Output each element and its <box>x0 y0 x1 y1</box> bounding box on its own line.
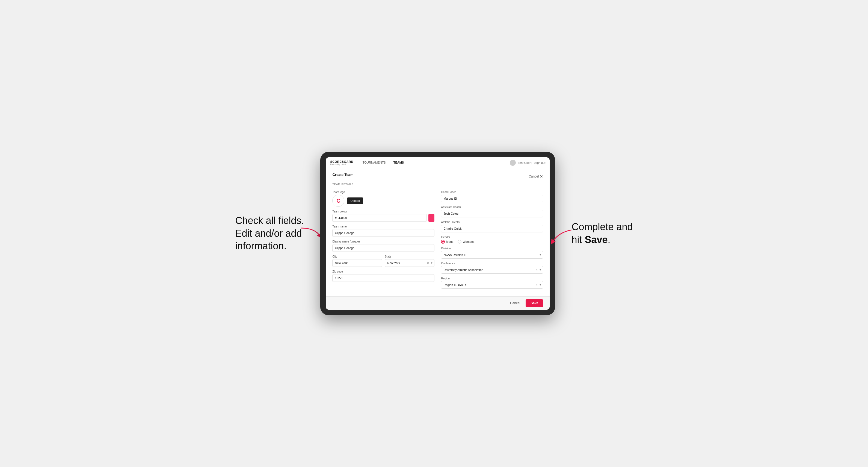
zip-label: Zip code <box>332 270 434 273</box>
team-colour-group: Team colour <box>332 210 434 222</box>
annotation-line3: information. <box>235 240 286 251</box>
region-label: Region <box>441 277 543 280</box>
annotation-line1: Check all fields. <box>235 215 304 226</box>
head-coach-input[interactable] <box>441 195 543 203</box>
nav-logo: SCOREBOARD Powered by clippd <box>330 160 353 165</box>
section-label: TEAM DETAILS <box>332 183 543 187</box>
form-left: Team logo C Upload Team colour <box>332 191 434 292</box>
form-container: Create Team Cancel ✕ TEAM DETAILS Team l… <box>326 168 550 296</box>
display-name-label: Display name (unique) <box>332 240 434 243</box>
team-logo-group: Team logo C Upload <box>332 191 434 207</box>
gender-mens-label: Mens <box>446 240 453 243</box>
division-group: Division NCAA Division III ▼ <box>441 247 543 259</box>
annotation-left: Check all fields. Edit and/or add inform… <box>235 214 304 253</box>
conference-input[interactable] <box>441 266 543 274</box>
color-field-row <box>332 214 434 222</box>
upload-button[interactable]: Upload <box>347 197 363 204</box>
athletic-director-label: Athletic Director <box>441 221 543 224</box>
colour-swatch <box>428 214 434 222</box>
annotation-right: Complete and hit Save. <box>571 221 633 246</box>
region-clear-icon[interactable]: ✕ <box>535 283 538 286</box>
cancel-top-label: Cancel <box>529 175 539 178</box>
display-name-group: Display name (unique) <box>332 240 434 252</box>
radio-inner-mens <box>442 241 444 243</box>
tab-teams[interactable]: TEAMS <box>390 157 408 168</box>
team-name-input[interactable] <box>332 229 434 237</box>
zip-group: Zip code <box>332 270 434 282</box>
gender-group: Gender Mens Womens <box>441 236 543 244</box>
tab-tournaments[interactable]: TOURNAMENTS <box>359 157 390 168</box>
division-select-wrap: NCAA Division III ▼ <box>441 251 543 259</box>
close-icon: ✕ <box>540 174 543 179</box>
gender-womens-radio[interactable] <box>458 240 461 244</box>
conference-group: Conference ✕ ▼ <box>441 262 543 274</box>
team-logo-label: Team logo <box>332 191 434 194</box>
team-name-label: Team name <box>332 225 434 228</box>
annotation-right-line1: Complete and <box>571 221 633 232</box>
city-state-row: City State ✕ ▼ <box>332 255 434 270</box>
form-body: Team logo C Upload Team colour <box>332 191 543 292</box>
gender-row: Mens Womens <box>441 240 543 244</box>
athletic-director-input[interactable] <box>441 225 543 232</box>
division-label: Division <box>441 247 543 250</box>
state-clear-icon[interactable]: ✕ <box>427 261 429 264</box>
display-name-input[interactable] <box>332 244 434 252</box>
sign-out-link[interactable]: Sign out <box>534 161 545 164</box>
region-group: Region ✕ ▼ <box>441 277 543 289</box>
region-select-wrap: ✕ ▼ <box>441 281 543 289</box>
division-select[interactable]: NCAA Division III <box>441 251 543 259</box>
gender-womens-label: Womens <box>463 240 474 243</box>
cancel-top-button[interactable]: Cancel ✕ <box>529 174 543 179</box>
cancel-button[interactable]: Cancel <box>507 300 523 307</box>
avatar <box>510 160 516 166</box>
annotation-right-save-word: Save <box>585 234 608 245</box>
form-title: Create Team <box>332 173 353 177</box>
assistant-coach-input[interactable] <box>441 210 543 217</box>
team-colour-input[interactable] <box>332 214 427 222</box>
save-button[interactable]: Save <box>526 299 543 307</box>
annotation-line2: Edit and/or add <box>235 228 302 239</box>
nav-right: Test User | Sign out <box>510 160 546 166</box>
assistant-coach-label: Assistant Coach <box>441 206 543 209</box>
city-label: City <box>332 255 382 258</box>
nav-user-label: Test User | <box>518 161 532 164</box>
state-group: State ✕ ▼ <box>385 255 434 267</box>
state-label: State <box>385 255 434 258</box>
nav-tabs: TOURNAMENTS TEAMS <box>359 157 510 168</box>
nav-bar: SCOREBOARD Powered by clippd TOURNAMENTS… <box>326 157 550 168</box>
logo-letter: C <box>336 198 340 204</box>
arrow-left-icon <box>301 225 323 242</box>
state-select-wrap: ✕ ▼ <box>385 259 434 267</box>
arrow-right-icon <box>550 224 571 246</box>
form-right: Head Coach Assistant Coach Athletic Dire… <box>441 191 543 292</box>
conference-select-wrap: ✕ ▼ <box>441 266 543 274</box>
scoreboard-logo-text: SCOREBOARD <box>330 160 353 163</box>
tablet-frame: SCOREBOARD Powered by clippd TOURNAMENTS… <box>320 152 555 315</box>
head-coach-label: Head Coach <box>441 191 543 194</box>
logo-sub-text: Powered by clippd <box>330 163 353 165</box>
team-colour-label: Team colour <box>332 210 434 213</box>
head-coach-group: Head Coach <box>441 191 543 203</box>
zip-input[interactable] <box>332 274 434 282</box>
gender-womens-option[interactable]: Womens <box>458 240 474 244</box>
gender-mens-option[interactable]: Mens <box>441 240 453 244</box>
logo-circle: C <box>332 195 344 207</box>
region-input[interactable] <box>441 281 543 289</box>
annotation-right-period: . <box>608 234 611 245</box>
conference-clear-icon[interactable]: ✕ <box>535 269 538 272</box>
annotation-right-line2-start: hit <box>571 234 585 245</box>
gender-label: Gender <box>441 236 543 239</box>
team-logo-area: C Upload <box>332 195 434 207</box>
city-input[interactable] <box>332 259 382 267</box>
tablet-screen: SCOREBOARD Powered by clippd TOURNAMENTS… <box>326 157 550 310</box>
team-name-group: Team name <box>332 225 434 237</box>
assistant-coach-group: Assistant Coach <box>441 206 543 217</box>
city-group: City <box>332 255 382 267</box>
gender-mens-radio[interactable] <box>441 240 445 244</box>
athletic-director-group: Athletic Director <box>441 221 543 232</box>
conference-label: Conference <box>441 262 543 265</box>
form-footer: Cancel Save <box>326 296 550 310</box>
